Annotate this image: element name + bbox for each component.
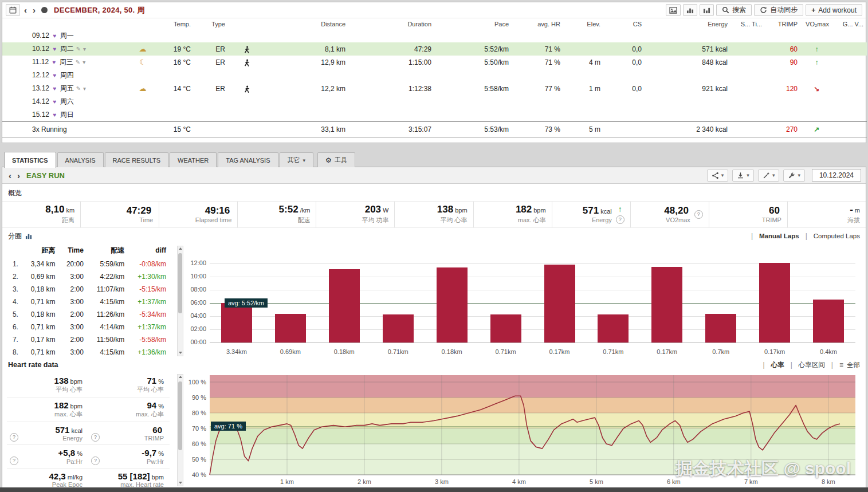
workout-date[interactable]: 10.12.2024 [812, 169, 861, 182]
week-cell: 5:58/km [435, 82, 512, 95]
hr-all-link[interactable]: 全部 [847, 361, 860, 369]
lap-row[interactable]: 1.3,34 km20:005:59/km-0:08/km [7, 258, 170, 270]
week-row[interactable]: 09.12 ♥ 周一 [2, 29, 867, 42]
hr-scrollbar[interactable] [177, 374, 183, 486]
manual-laps-link[interactable]: Manual Laps [759, 233, 799, 239]
share-menu-button[interactable]: ▾ [707, 170, 729, 182]
chart-view-button[interactable] [683, 4, 697, 16]
elevation-tools-button[interactable]: ▾ [758, 170, 780, 182]
edit-icon[interactable]: ✎ [76, 85, 81, 92]
row-menu-icon[interactable]: ▾ [83, 59, 85, 65]
scroll-up-icon[interactable] [179, 247, 182, 250]
date-cell[interactable]: 09.12 ♥ 周一 [2, 29, 131, 42]
stat-value: 60 [762, 206, 781, 217]
detail-tabs: STATISTICSANALYSISRACE RESULTSWEATHERTAG… [2, 151, 866, 167]
lap-pace: 11:07/km [87, 283, 128, 296]
prev-workout-button[interactable]: ‹ [7, 171, 13, 180]
help-icon[interactable] [616, 215, 625, 224]
lap-bar[interactable] [490, 314, 521, 343]
lap-number: 4. [7, 296, 22, 308]
hr-link[interactable]: 心率 [771, 361, 784, 369]
lap-row[interactable]: 3.0,18 km2:0011:07/km-5:15/km [7, 283, 170, 296]
add-workout-button[interactable]: + Add workout [806, 4, 862, 16]
date-cell[interactable]: 13.12 ♥ 周五✎▾ [2, 82, 131, 95]
row-menu-icon[interactable]: ▾ [83, 85, 86, 92]
trend-icon: ↗ [814, 125, 819, 133]
date-cell[interactable]: 11.12 ♥ 周三✎▾ [2, 56, 131, 69]
week-cell: 921 kcal [645, 82, 731, 95]
lap-bar[interactable] [759, 263, 790, 343]
tab-analysis[interactable]: ANALYSIS [57, 152, 104, 167]
auto-sync-button[interactable]: 自动同步 [754, 4, 803, 16]
computed-laps-link[interactable]: Computed Laps [814, 233, 860, 239]
tab-race-results[interactable]: RACE RESULTS [105, 152, 169, 167]
week-row[interactable]: 13.12 ♥ 周五✎▾☁14 °CER12,2 km1:12:385:58/k… [2, 82, 867, 95]
week-row[interactable]: 11.12 ♥ 周三✎▾☾16 °CER12,9 km1:15:005:50/k… [2, 56, 867, 69]
week-row[interactable]: 15.12 ♥ 周日 [2, 108, 867, 122]
scroll-down-icon[interactable] [179, 352, 182, 354]
date-cell[interactable]: 15.12 ♥ 周日 [2, 108, 131, 122]
next-workout-button[interactable]: › [15, 171, 22, 180]
lap-row[interactable]: 6.0,71 km3:004:14/km+1:37/km [7, 321, 170, 333]
lap-row[interactable]: 8.0,71 km3:004:15/km+1:36/km [7, 346, 170, 357]
lap-row[interactable]: 7.0,17 km2:0011:50/km-5:58/km [7, 333, 170, 346]
week-row[interactable]: 14.12 ♥ 周六 [2, 95, 867, 108]
tab-tag-analysis[interactable]: TAG ANALYSIS [218, 152, 278, 167]
date-cell[interactable]: 10.12 ♥ 周二✎▾ [2, 42, 131, 56]
week-cell [731, 108, 765, 122]
scroll-down-icon[interactable] [179, 482, 182, 484]
week-row[interactable]: 10.12 ♥ 周二✎▾☁19 °CER8,1 km47:295:52/km71… [2, 42, 867, 56]
svg-text:90 %: 90 % [192, 394, 206, 401]
lap-time: 2:00 [58, 308, 87, 321]
date-cell[interactable]: 12.12 ♥ 周四 [2, 69, 131, 82]
week-cell [731, 69, 765, 82]
scrollbar-thumb[interactable] [178, 381, 182, 450]
edit-icon[interactable]: ✎ [76, 59, 80, 65]
scrollbar-thumb[interactable] [178, 253, 182, 313]
lap-bar[interactable] [598, 314, 629, 343]
week-cell [435, 29, 512, 42]
lap-row[interactable]: 2.0,69 km3:004:22/km+1:30/km [7, 270, 170, 283]
lap-row[interactable]: 5.0,18 km2:0011:26/km-5:34/km [7, 308, 170, 321]
lap-bar[interactable] [705, 314, 736, 343]
row-menu-icon[interactable]: ▾ [83, 46, 86, 52]
laps-chart-icon[interactable] [25, 233, 32, 239]
date-cell[interactable]: 14.12 ♥ 周六 [2, 95, 131, 108]
laps-table: 距离Time配速diff 1.3,34 km20:005:59/km-0:08/… [7, 245, 170, 357]
calendar-button[interactable] [6, 4, 20, 16]
next-week-button[interactable]: › [31, 6, 37, 14]
column-header: Elev. [564, 18, 604, 29]
export-menu-button[interactable]: ▾ [732, 170, 754, 182]
image-view-button[interactable] [666, 4, 681, 16]
help-icon[interactable] [694, 210, 703, 219]
help-icon[interactable] [10, 433, 18, 442]
tab-tools[interactable]: ⚙工具 [317, 152, 355, 167]
prev-week-button[interactable]: ‹ [22, 6, 29, 14]
help-icon[interactable] [10, 456, 18, 465]
scroll-up-icon[interactable] [179, 376, 182, 378]
stat-avg-power: 203W平均 功率 [316, 202, 395, 227]
help-icon[interactable] [91, 433, 100, 442]
chart-view-button-2[interactable] [700, 4, 714, 16]
edit-icon[interactable]: ✎ [76, 46, 81, 52]
lap-bar[interactable] [544, 265, 575, 343]
hr-zones-link[interactable]: 心率区间 [799, 361, 825, 369]
lap-bar[interactable] [437, 267, 468, 343]
week-row[interactable]: 12.12 ♥ 周四 [2, 69, 867, 82]
tab-weather[interactable]: WEATHER [170, 152, 217, 167]
lap-bar[interactable] [813, 300, 844, 343]
lap-bar[interactable] [651, 267, 682, 343]
laps-table-container: 距离Time配速diff 1.3,34 km20:005:59/km-0:08/… [7, 245, 183, 357]
laps-scrollbar[interactable] [177, 246, 183, 356]
lap-bar[interactable] [329, 269, 360, 343]
lap-bar[interactable] [383, 314, 414, 343]
lap-bar[interactable] [221, 303, 252, 343]
tab-more[interactable]: 其它▾ [280, 152, 314, 167]
edit-tools-button[interactable]: ▾ [783, 170, 805, 182]
tab-statistics[interactable]: STATISTICS [4, 152, 56, 168]
search-button[interactable]: 搜索 [716, 4, 752, 16]
lap-row[interactable]: 4.0,71 km3:004:15/km+1:37/km [7, 296, 170, 308]
svg-text:40 %: 40 % [192, 471, 206, 478]
lap-bar[interactable] [275, 314, 306, 343]
help-icon[interactable] [91, 456, 100, 465]
